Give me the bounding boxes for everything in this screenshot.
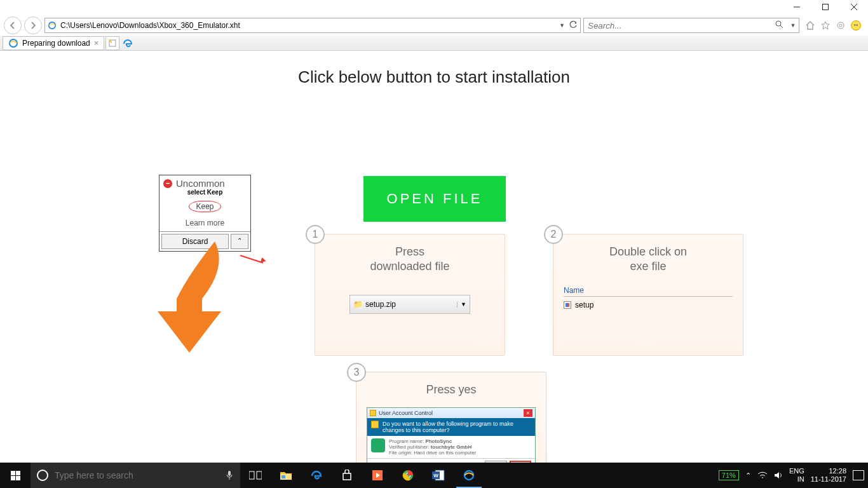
tray-chevron-icon[interactable]: ⌃ <box>745 471 751 480</box>
step-2-badge: 2 <box>544 225 563 244</box>
language-indicator[interactable]: ENGIN <box>789 467 804 483</box>
forward-button[interactable] <box>24 17 42 34</box>
folder-icon: 📁 <box>350 300 365 309</box>
uac-orig-value: Hard drive on this computer <box>414 450 476 456</box>
ie-icon <box>8 38 18 48</box>
search-dropdown-icon[interactable]: ▼ <box>787 22 799 29</box>
clock[interactable]: 12:2811-11-2017 <box>811 467 846 483</box>
setup-zip-item[interactable]: 📁 setup.zip ▼ <box>349 295 470 314</box>
keep-button[interactable]: Keep <box>189 201 220 212</box>
new-tab-button[interactable] <box>105 36 119 50</box>
mic-icon[interactable] <box>225 470 234 480</box>
volume-icon[interactable] <box>774 471 783 480</box>
start-button[interactable] <box>0 463 31 488</box>
svg-point-7 <box>837 22 844 29</box>
step-1-title: Press downloaded file <box>315 234 505 280</box>
uncommon-subtitle: select Keep <box>159 189 250 198</box>
minimize-button[interactable] <box>782 0 811 14</box>
wifi-icon[interactable] <box>757 471 768 479</box>
ie-icon <box>48 21 57 30</box>
tab-close-icon[interactable]: × <box>94 38 99 48</box>
warning-minus-icon: – <box>163 179 172 188</box>
uac-pub-label: Verified publisher: <box>389 444 430 450</box>
address-input[interactable] <box>60 21 555 30</box>
search-bar[interactable]: ▼ <box>583 18 799 33</box>
svg-rect-12 <box>249 471 254 479</box>
svg-point-9 <box>10 39 17 47</box>
tab-preparing-download[interactable]: Preparing download × <box>3 36 104 50</box>
svg-rect-1 <box>822 4 828 10</box>
setup-exe-item[interactable]: setup <box>564 297 733 313</box>
step-2-card: 2 Double click on exe file Name setup <box>553 234 743 356</box>
zip-dropdown-icon[interactable]: ▼ <box>457 301 470 308</box>
red-arrow-icon <box>240 255 264 264</box>
step-3-title: Press yes <box>356 372 546 403</box>
movies-icon[interactable] <box>362 463 393 488</box>
svg-text:W: W <box>433 473 438 478</box>
uac-close-icon[interactable]: × <box>524 409 532 417</box>
step-3-badge: 3 <box>347 363 366 382</box>
address-bar[interactable]: ▼ <box>44 18 581 33</box>
system-tray: 71% ⌃ ENGIN 12:2811-11-2017 <box>719 463 868 488</box>
svg-rect-13 <box>257 471 262 479</box>
battery-indicator[interactable]: 71% <box>719 470 739 480</box>
chrome-icon[interactable] <box>393 463 423 488</box>
browser-toolbar: ▼ ▼ •• <box>0 17 868 34</box>
svg-line-6 <box>780 25 783 28</box>
notifications-icon[interactable] <box>853 470 864 480</box>
shield-icon <box>370 410 376 416</box>
svg-point-5 <box>776 21 781 26</box>
refresh-icon[interactable] <box>569 20 578 31</box>
orange-arrow-icon <box>151 241 240 356</box>
task-view-icon[interactable] <box>240 463 271 488</box>
svg-rect-11 <box>228 471 231 476</box>
tab-title: Preparing download <box>22 39 90 48</box>
windows-logo-icon <box>11 471 20 480</box>
ie-app-icon[interactable] <box>454 463 484 488</box>
cortana-input[interactable] <box>55 470 219 480</box>
zip-filename: setup.zip <box>365 300 457 309</box>
file-explorer-icon[interactable] <box>271 463 301 488</box>
tab-bar: Preparing download × <box>0 36 868 51</box>
search-icon[interactable] <box>771 20 787 30</box>
uac-orig-label: File origin: <box>389 450 412 456</box>
uac-question: Do you want to allow the following progr… <box>383 421 531 433</box>
step-1-badge: 1 <box>306 225 325 244</box>
step-1-card: 1 Press downloaded file 📁 setup.zip ▼ <box>315 234 505 356</box>
close-button[interactable] <box>839 0 868 14</box>
address-dropdown-icon[interactable]: ▼ <box>559 22 565 29</box>
uac-prog-label: Program name: <box>389 438 424 444</box>
uac-prog-name: PhotoSync <box>425 438 452 444</box>
svg-rect-15 <box>281 475 285 478</box>
home-icon[interactable] <box>804 20 816 31</box>
back-button[interactable] <box>4 17 22 34</box>
maximize-button[interactable] <box>811 0 839 14</box>
taskbar-apps: W <box>240 463 484 488</box>
shield-icon <box>371 421 379 428</box>
window-controls <box>782 0 868 14</box>
step-2-title: Double click on exe file <box>553 234 743 280</box>
step-3-card: 3 Press yes User Account Control × Do yo… <box>356 372 546 463</box>
uncommon-popup: – Uncommon select Keep Keep Learn more D… <box>159 175 251 252</box>
page-headline: Click below button to start installation <box>0 67 868 87</box>
taskbar: W 71% ⌃ ENGIN 12:2811-11-2017 <box>0 463 868 488</box>
uncommon-title: Uncommon <box>176 178 225 189</box>
svg-point-4 <box>49 22 56 29</box>
cortana-icon <box>37 470 48 481</box>
search-input[interactable] <box>584 21 771 30</box>
uac-pub-name: touchbyte GmbH <box>431 444 471 450</box>
settings-icon[interactable] <box>835 20 846 31</box>
favorites-icon[interactable] <box>820 20 831 31</box>
uac-titlebar: User Account Control <box>379 410 521 416</box>
cortana-search[interactable] <box>31 463 240 488</box>
edge-icon[interactable] <box>121 36 135 50</box>
word-icon[interactable]: W <box>423 463 454 488</box>
feedback-icon[interactable]: •• <box>850 20 862 31</box>
store-icon[interactable] <box>332 463 362 488</box>
edge-app-icon[interactable] <box>301 463 332 488</box>
exe-icon <box>564 301 571 309</box>
uac-dialog: User Account Control × Do you want to al… <box>367 407 536 463</box>
exe-label: setup <box>575 301 593 309</box>
open-file-button[interactable]: OPEN FILE <box>363 176 506 222</box>
learn-more-link[interactable]: Learn more <box>159 215 250 231</box>
